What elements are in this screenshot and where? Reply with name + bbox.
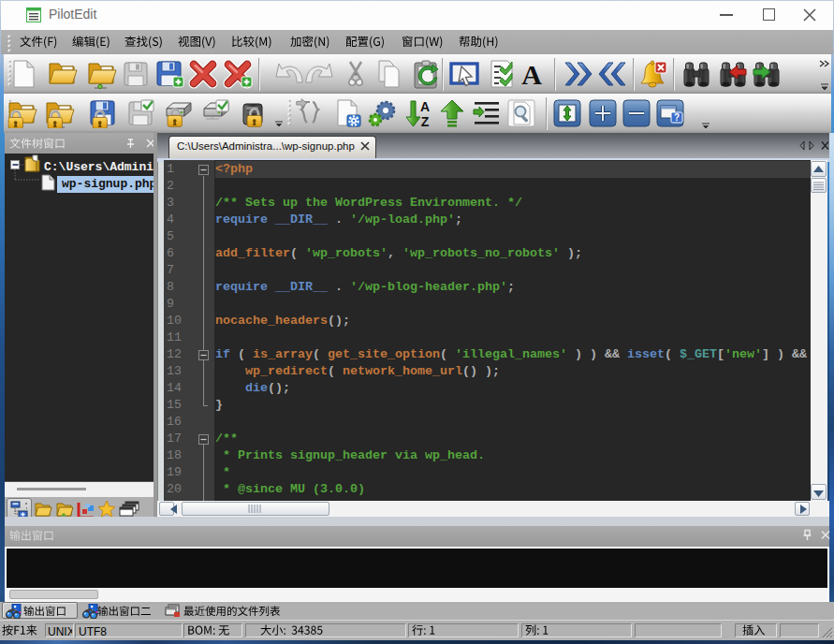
svg-text:?: ?: [674, 112, 680, 123]
svg-text:A: A: [420, 99, 430, 114]
svg-text:Z: Z: [421, 114, 430, 128]
svg-text:A: A: [521, 59, 542, 89]
